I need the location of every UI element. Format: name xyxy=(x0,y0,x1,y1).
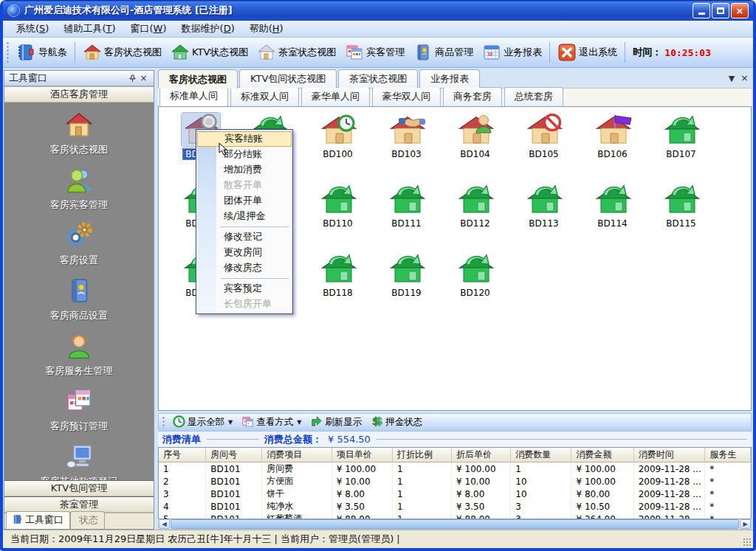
menu-item-t[interactable]: 辅助工具(T) xyxy=(56,21,123,37)
room-BD118[interactable]: BD118 xyxy=(303,252,372,321)
room-type-tab[interactable]: 标准双人间 xyxy=(230,87,299,106)
table-row[interactable]: 3BD101饼干¥ 8.001¥ 8.0010¥ 80.002009-11-28… xyxy=(159,488,751,500)
toolbar-button-5[interactable]: 宾客管理 xyxy=(340,41,409,63)
column-header[interactable]: 消费时间 xyxy=(633,448,705,462)
sidebar-item[interactable]: 客房宾客管理 xyxy=(4,167,154,212)
bottom-toolbar-button[interactable]: 显示全部▼ xyxy=(168,415,237,431)
room-BD103[interactable]: BD103 xyxy=(372,113,441,182)
menu-item-s[interactable]: 系统(S) xyxy=(9,21,56,37)
table-row[interactable]: 4BD101纯净水¥ 3.501¥ 3.503¥ 10.502009-11-28… xyxy=(159,500,751,513)
sidebar-item[interactable]: 客房商品设置 xyxy=(4,277,154,322)
sidebar-item[interactable]: 客房服务生管理 xyxy=(4,333,154,378)
bottom-toolbar-button[interactable]: 刷新显示 xyxy=(306,415,366,431)
column-header[interactable]: 消费项目 xyxy=(262,448,332,462)
context-menu-item[interactable]: 更改房间 xyxy=(197,245,292,260)
room-house-vacant-icon xyxy=(662,182,701,216)
context-menu-item[interactable]: 修改房态 xyxy=(197,260,292,276)
room-BD113[interactable]: BD113 xyxy=(509,182,578,252)
tab-close-icon[interactable]: × xyxy=(740,74,749,83)
room-BD112[interactable]: BD112 xyxy=(441,182,509,252)
bottom-toolbar-button[interactable]: $$押金状态 xyxy=(366,415,427,431)
sidebar-item[interactable]: 客房设置 xyxy=(4,222,154,267)
column-header[interactable]: 消费数量 xyxy=(511,448,571,462)
bottom-toolbar-button[interactable]: 查看方式▼ xyxy=(237,415,306,431)
table-row[interactable]: 2BD101方便面¥ 10.001¥ 10.0010¥ 100.002009-1… xyxy=(159,475,751,488)
room-type-tab[interactable]: 总统套房 xyxy=(504,87,563,106)
sidebar-item[interactable]: 客房其他款项登记 xyxy=(4,443,154,480)
panel-tab-状态[interactable]: 状态 xyxy=(70,511,105,529)
menu-item-h[interactable]: 帮助(H) xyxy=(242,21,291,37)
column-header[interactable]: 项目单价 xyxy=(331,448,392,462)
section-茶室管理[interactable]: 茶室管理 xyxy=(4,496,154,513)
section-hotel-room-mgmt[interactable]: 酒店客房管理 xyxy=(4,86,154,103)
column-header[interactable]: 房间号 xyxy=(206,448,262,462)
room-type-tab[interactable]: 商务套房 xyxy=(443,87,502,106)
toolbar-button-4[interactable]: 茶室状态视图 xyxy=(252,41,340,63)
column-header[interactable]: 消费金额 xyxy=(571,448,633,462)
toolbar-button-6[interactable]: 商品管理 xyxy=(409,41,478,63)
context-menu-item[interactable]: 宾客预定 xyxy=(197,281,292,297)
room-BD107[interactable]: BD107 xyxy=(647,113,715,182)
room-BD114[interactable]: BD114 xyxy=(578,182,647,252)
room-BD100[interactable]: BD100 xyxy=(303,113,372,182)
column-header[interactable]: 折后单价 xyxy=(452,448,511,462)
context-menu-item[interactable]: 团体开单 xyxy=(197,193,292,209)
room-BD120[interactable]: BD120 xyxy=(441,252,509,321)
scroll-right-icon[interactable]: ▶ xyxy=(740,519,751,529)
consumption-table-wrap: 序号房间号消费项目项目单价打折比例折后单价消费数量消费金额消费时间服务生 1BD… xyxy=(158,447,752,519)
doc-tab[interactable]: KTV包间状态视图 xyxy=(239,69,337,88)
room-type-tab[interactable]: 豪华单人间 xyxy=(301,87,370,106)
bottom-toolbar-grip[interactable] xyxy=(162,416,165,429)
minimize-button[interactable] xyxy=(693,3,710,18)
panel-close-icon[interactable]: × xyxy=(138,73,149,84)
toolbar-button-2[interactable]: 客房状态视图 xyxy=(78,41,166,63)
context-menu-item[interactable]: 宾客结账 xyxy=(197,131,292,147)
sidebar-bottom-sections: KTV包间管理茶室管理 xyxy=(4,480,154,513)
maximize-button[interactable] xyxy=(712,3,729,18)
column-header[interactable]: 打折比例 xyxy=(392,448,451,462)
bottom-toolbar: 显示全部▼查看方式▼刷新显示$$押金状态 xyxy=(158,413,752,432)
tab-dropdown-icon[interactable]: ▼ xyxy=(729,74,735,83)
column-header[interactable]: 序号 xyxy=(159,448,206,462)
table-row[interactable]: 5BD101红葡萄酒¥ 88.001¥ 88.003¥ 264.002009-1… xyxy=(159,513,751,519)
room-BD111[interactable]: BD111 xyxy=(372,182,441,252)
context-menu-item[interactable]: 部分结账 xyxy=(197,147,292,162)
toolbar-button-1[interactable]: 导航条 xyxy=(13,41,72,63)
doc-tab[interactable]: 茶室状态视图 xyxy=(338,69,418,88)
context-menu-separator xyxy=(221,226,289,227)
room-BD110[interactable]: BD110 xyxy=(303,182,372,252)
sidebar-item[interactable]: 客房预订管理 xyxy=(4,388,154,433)
close-button[interactable]: × xyxy=(731,3,749,18)
room-house-vacant-icon xyxy=(388,252,426,285)
toolbar-button-3[interactable]: KTV状态视图 xyxy=(166,41,252,63)
menu-item-d[interactable]: 数据维护(D) xyxy=(174,21,242,37)
panel-tab-工具窗口[interactable]: 工具窗口 xyxy=(6,511,70,529)
toolbar-grip[interactable] xyxy=(6,41,10,63)
red-house-icon xyxy=(64,111,94,140)
column-header[interactable]: 服务生 xyxy=(705,448,751,462)
bottom-toolbar-items: 显示全部▼查看方式▼刷新显示$$押金状态 xyxy=(168,415,427,431)
resize-grip[interactable] xyxy=(743,538,752,547)
room-BD104[interactable]: BD104 xyxy=(441,113,509,182)
context-menu-item[interactable]: 修改登记 xyxy=(197,229,292,245)
menu-item-w[interactable]: 窗口(W) xyxy=(123,21,174,37)
sidebar-item[interactable]: 客房状态视图 xyxy=(4,111,154,156)
doc-tab[interactable]: 客房状态视图 xyxy=(158,69,238,89)
room-house-handshake-icon xyxy=(388,113,426,147)
scroll-thumb[interactable] xyxy=(171,519,739,529)
context-menu-item[interactable]: 续/退押金 xyxy=(197,209,292,224)
context-menu-item[interactable]: 增加消费 xyxy=(197,162,292,178)
room-BD106[interactable]: BD106 xyxy=(578,113,647,182)
room-BD115[interactable]: BD115 xyxy=(647,182,715,252)
toolbar-button-7[interactable]: 业务报表 xyxy=(478,41,546,63)
doc-tab-list: 客房状态视图KTV包间状态视图茶室状态视图业务报表 xyxy=(158,69,481,88)
scroll-left-icon[interactable]: ◀ xyxy=(159,519,170,529)
room-BD105[interactable]: BD105 xyxy=(509,113,578,182)
room-type-tab[interactable]: 豪华双人间 xyxy=(372,87,441,106)
toolbar-button-8[interactable]: 退出系统 xyxy=(553,41,622,63)
doc-tab[interactable]: 业务报表 xyxy=(419,69,480,88)
room-BD119[interactable]: BD119 xyxy=(372,252,441,321)
table-row[interactable]: 1BD101房间费¥ 100.001¥ 100.001¥ 100.002009-… xyxy=(159,462,751,476)
section-KTV包间管理[interactable]: KTV包间管理 xyxy=(4,480,154,496)
pin-icon[interactable] xyxy=(127,73,138,84)
